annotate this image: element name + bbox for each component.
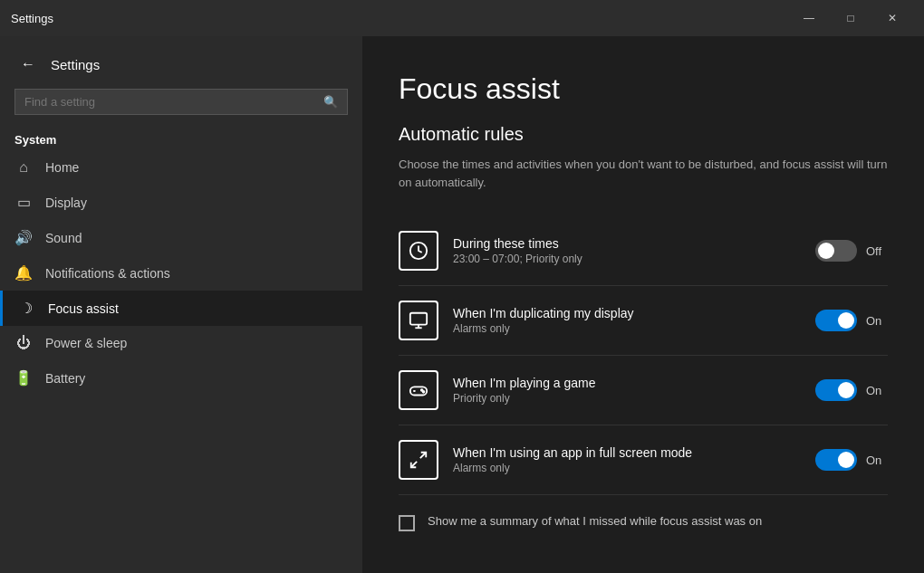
toggle-label-full-screen: On <box>866 454 888 467</box>
sidebar-icon-sound: 🔊 <box>14 229 33 246</box>
title-bar-left: Settings <box>11 12 53 25</box>
rule-icon-full-screen <box>399 440 438 480</box>
restore-button[interactable]: □ <box>830 0 871 36</box>
summary-checkbox-row: Show me a summary of what I missed while… <box>399 495 888 540</box>
toggle-label-during-times: Off <box>866 244 888 258</box>
toggle-knob-duplicating-display <box>838 312 854 329</box>
rule-icon-duplicating-display <box>399 301 438 340</box>
rule-sub-full-screen: Alarms only <box>453 462 801 474</box>
sidebar-item-sound[interactable]: 🔊Sound <box>0 220 362 255</box>
sidebar-label-power: Power & sleep <box>45 336 127 350</box>
sidebar-item-display[interactable]: ▭Display <box>0 185 362 220</box>
content-area: Focus assist Automatic rules Choose the … <box>362 36 924 573</box>
rule-control-full-screen: On <box>815 449 888 471</box>
rule-name-full-screen: When I'm using an app in full screen mod… <box>453 445 801 460</box>
toggle-duplicating-display[interactable] <box>815 310 857 331</box>
rule-text-during-times: During these times 23:00 – 07:00; Priori… <box>453 236 801 265</box>
rule-text-playing-game: When I'm playing a game Priority only <box>453 376 801 405</box>
sidebar-icon-display: ▭ <box>14 194 33 211</box>
rules-list: During these times 23:00 – 07:00; Priori… <box>399 216 888 495</box>
sidebar-label-battery: Battery <box>45 371 85 386</box>
app-title: Settings <box>11 12 53 25</box>
minimize-button[interactable]: — <box>788 0 830 36</box>
toggle-knob-full-screen <box>838 452 854 468</box>
close-button[interactable]: ✕ <box>871 0 913 36</box>
toggle-full-screen[interactable] <box>815 449 857 471</box>
rule-control-duplicating-display: On <box>815 310 888 331</box>
sidebar-item-power[interactable]: ⏻Power & sleep <box>0 326 362 360</box>
svg-line-9 <box>420 453 426 458</box>
toggle-label-playing-game: On <box>866 384 888 397</box>
summary-checkbox[interactable] <box>399 515 415 531</box>
rule-item-during-times: During these times 23:00 – 07:00; Priori… <box>399 216 888 286</box>
svg-point-8 <box>423 391 425 393</box>
rule-text-full-screen: When I'm using an app in full screen mod… <box>453 445 801 474</box>
page-title: Focus assist <box>399 72 888 106</box>
section-title: Automatic rules <box>399 124 888 145</box>
rule-sub-duplicating-display: Alarms only <box>453 322 801 335</box>
title-bar: Settings — □ ✕ <box>0 0 924 36</box>
rule-name-duplicating-display: When I'm duplicating my display <box>453 306 801 320</box>
rule-control-during-times: Off <box>815 240 888 262</box>
sidebar-header: ← Settings <box>0 36 362 89</box>
sidebar-label-sound: Sound <box>45 231 82 245</box>
summary-checkbox-label: Show me a summary of what I missed while… <box>428 513 762 530</box>
sidebar-label-focus: Focus assist <box>48 301 119 316</box>
rule-item-playing-game: When I'm playing a game Priority only On <box>399 356 888 425</box>
sidebar-item-focus[interactable]: ☽Focus assist <box>0 291 362 326</box>
sidebar-title: Settings <box>51 57 100 72</box>
sidebar-item-home[interactable]: ⌂Home <box>0 150 362 185</box>
search-box[interactable]: 🔍 <box>14 89 348 115</box>
section-desc: Choose the times and activities when you… <box>399 156 888 191</box>
sidebar-item-notifications[interactable]: 🔔Notifications & actions <box>0 255 362 291</box>
search-icon: 🔍 <box>323 95 338 109</box>
toggle-knob-playing-game <box>838 382 854 398</box>
rule-control-playing-game: On <box>815 379 888 401</box>
main-layout: ← Settings 🔍 System ⌂Home▭Display🔊Sound🔔… <box>0 36 924 573</box>
rule-icon-playing-game <box>399 370 438 410</box>
sidebar-icon-power: ⏻ <box>14 335 33 351</box>
rule-text-duplicating-display: When I'm duplicating my display Alarms o… <box>453 306 801 335</box>
svg-line-10 <box>411 462 417 467</box>
toggle-knob-during-times <box>818 243 834 259</box>
sidebar-icon-notifications: 🔔 <box>14 264 33 282</box>
rule-name-during-times: During these times <box>453 236 801 251</box>
sidebar-items-list: ⌂Home▭Display🔊Sound🔔Notifications & acti… <box>0 150 362 396</box>
rule-sub-during-times: 23:00 – 07:00; Priority only <box>453 253 801 265</box>
sidebar-label-display: Display <box>45 196 87 210</box>
sidebar-icon-home: ⌂ <box>14 159 33 176</box>
back-button[interactable]: ← <box>14 51 42 78</box>
sidebar-section-label: System <box>0 126 362 150</box>
rule-icon-during-times <box>399 231 438 271</box>
rule-item-duplicating-display: When I'm duplicating my display Alarms o… <box>399 286 888 356</box>
toggle-during-times[interactable] <box>815 240 857 262</box>
title-bar-controls: — □ ✕ <box>788 0 913 36</box>
toggle-playing-game[interactable] <box>815 379 857 401</box>
sidebar-label-notifications: Notifications & actions <box>45 266 170 281</box>
back-icon: ← <box>21 56 35 72</box>
rule-name-playing-game: When I'm playing a game <box>453 376 801 390</box>
rule-item-full-screen: When I'm using an app in full screen mod… <box>399 425 888 495</box>
sidebar-icon-focus: ☽ <box>17 300 35 317</box>
svg-rect-1 <box>410 313 427 325</box>
sidebar-label-home: Home <box>45 160 79 175</box>
sidebar-icon-battery: 🔋 <box>14 369 33 387</box>
rule-sub-playing-game: Priority only <box>453 392 801 405</box>
sidebar: ← Settings 🔍 System ⌂Home▭Display🔊Sound🔔… <box>0 36 362 573</box>
sidebar-item-battery[interactable]: 🔋Battery <box>0 360 362 396</box>
search-input[interactable] <box>24 95 316 109</box>
toggle-label-duplicating-display: On <box>866 314 888 328</box>
